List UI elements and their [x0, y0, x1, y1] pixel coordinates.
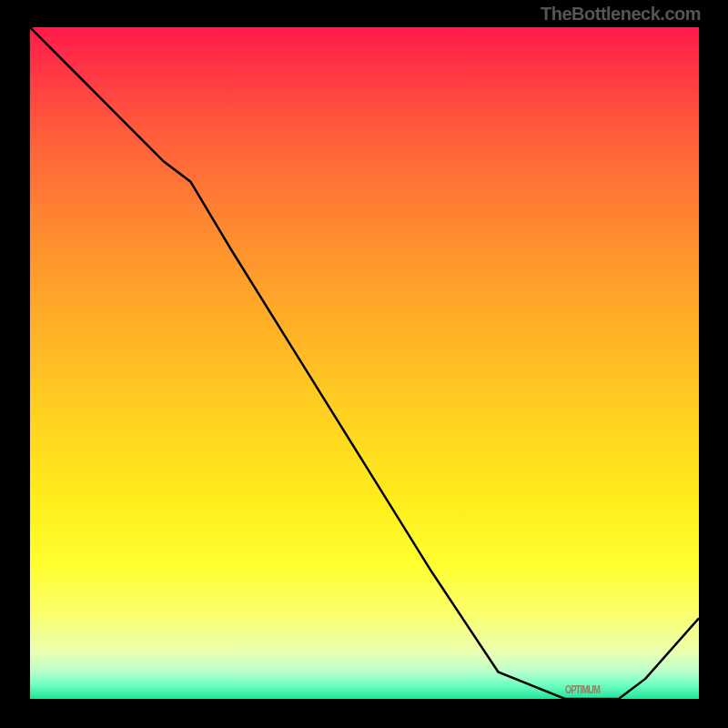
- optimum-label: OPTIMUM: [565, 682, 600, 696]
- plot-area: OPTIMUM: [30, 27, 699, 699]
- chart-frame: TheBottleneck.com OPTIMUM: [0, 0, 728, 728]
- attribution-text: TheBottleneck.com: [541, 4, 701, 25]
- bottleneck-line: [30, 27, 699, 699]
